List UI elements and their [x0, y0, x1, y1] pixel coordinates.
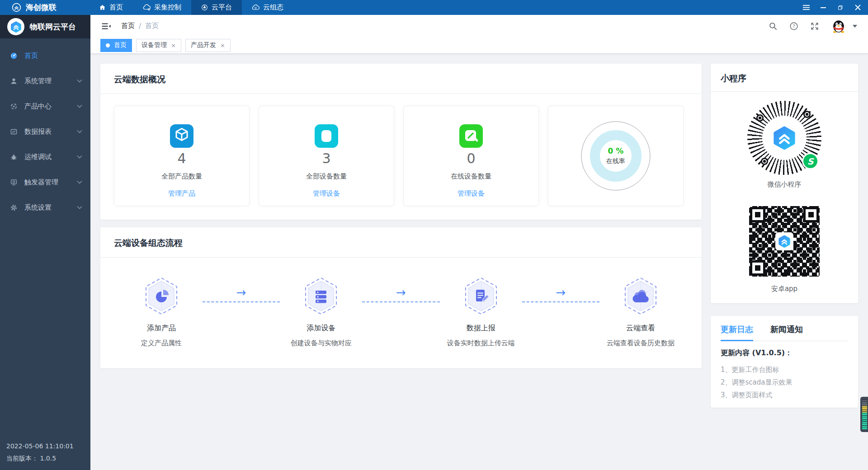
online-count: 0 — [467, 150, 475, 166]
sidebar-collapse-icon[interactable] — [101, 22, 111, 30]
flow-dashed-line — [522, 301, 599, 302]
step-title: 云端查看 — [626, 324, 655, 333]
flow-step-cloud-view: 云端查看 云端查看设备历史数据 — [607, 277, 675, 348]
document-pen-hexagon-icon — [463, 277, 499, 315]
panel-title: 云端设备组态流程 — [100, 227, 702, 257]
flow-dashed-line — [362, 301, 439, 302]
sidebar-item-data-reports[interactable]: 数据报表 — [0, 119, 90, 144]
breadcrumb-item-root[interactable]: 首页 — [121, 22, 135, 30]
minimize-icon[interactable] — [815, 0, 832, 15]
sidebar-item-product-center[interactable]: 产品中心 — [0, 94, 90, 119]
fullscreen-icon[interactable] — [810, 22, 819, 31]
stat-label: 全部产品数量 — [161, 172, 202, 181]
sidebar: 物联网云平台 首页 系统管理 — [0, 15, 90, 470]
update-item: 3、调整页面样式 — [721, 389, 848, 401]
online-rate-percent: 0 % — [608, 146, 624, 155]
breadcrumb-separator: / — [139, 22, 141, 30]
close-icon[interactable] — [849, 0, 866, 15]
tab-home[interactable]: 首页 — [100, 39, 132, 52]
tab-close-icon[interactable]: × — [171, 42, 176, 48]
flow-step-add-product: 添加产品 定义产品属性 — [127, 277, 195, 348]
topnav-label: 采集控制 — [154, 3, 181, 12]
top-navigation: 首页 采集控制 云平台 云组态 — [89, 0, 293, 15]
online-rate-donut-chart: 0 % 在线率 — [580, 120, 652, 192]
sidebar-item-home[interactable]: 首页 — [0, 43, 90, 68]
avatar — [831, 19, 846, 34]
color-strip-widget[interactable] — [860, 397, 868, 432]
caret-down-icon — [853, 25, 857, 28]
product-count: 4 — [177, 150, 186, 166]
topnav-label: 云平台 — [212, 3, 232, 12]
current-datetime: 2022-05-06 11:10:01 — [6, 440, 74, 452]
tab-device-management[interactable]: 设备管理 × — [136, 39, 181, 52]
open-tabs-bar: 首页 设备管理 × 产品开发 × — [90, 37, 868, 54]
target-circle-icon — [10, 103, 18, 110]
tab-news-notice[interactable]: 新闻通知 — [770, 324, 803, 341]
flow-arrow-icon: → — [556, 287, 566, 298]
app-brand: 海创微联 — [12, 2, 57, 13]
sidebar-item-system-settings[interactable]: 系统设置 — [0, 195, 90, 220]
tab-product-development[interactable]: 产品开发 × — [185, 39, 231, 52]
search-icon[interactable] — [769, 22, 778, 31]
manage-devices-link[interactable]: 管理设备 — [313, 189, 340, 198]
chevron-down-icon — [77, 79, 82, 83]
page-header: 首页 / 首页 ? — [90, 15, 868, 37]
wechat-qr-label: 微信小程序 — [768, 180, 802, 189]
sidebar-footer: 2022-05-06 11:10:01 当前版本： 1.0.5 — [6, 440, 74, 465]
panel-title: 云端数据概况 — [100, 64, 702, 94]
sidebar-item-system-management[interactable]: 系统管理 — [0, 68, 90, 94]
topnav-item-collect-control[interactable]: 采集控制 — [133, 0, 191, 15]
brand-logo-icon — [12, 3, 21, 12]
tab-update-log[interactable]: 更新日志 — [721, 324, 753, 341]
qr-finder-icon — [750, 260, 765, 276]
breadcrumb: 首页 / 首页 — [121, 22, 159, 30]
topnav-item-cloud-platform[interactable]: 云平台 — [191, 0, 242, 15]
sidebar-header: 物联网云平台 — [0, 15, 90, 38]
stat-label: 在线设备数量 — [451, 172, 491, 181]
sidebar-item-trigger-management[interactable]: 触发器管理 — [0, 169, 90, 195]
help-icon[interactable]: ? — [789, 22, 798, 31]
manage-products-link[interactable]: 管理产品 — [168, 189, 195, 198]
wechat-miniprogram-qr-code — [747, 101, 821, 175]
chart-report-icon — [10, 128, 18, 136]
pie-chart-hexagon-icon — [144, 277, 179, 315]
step-desc: 定义产品属性 — [141, 339, 182, 348]
window-menu-button[interactable] — [797, 0, 815, 15]
manage-devices-link[interactable]: 管理设备 — [458, 189, 485, 198]
flow-arrow-icon: → — [396, 287, 406, 298]
user-icon — [10, 77, 18, 85]
flow-step-data-report: 数据上报 设备实时数据上传云端 — [447, 277, 515, 348]
qr-finder-icon — [803, 207, 819, 222]
sidebar-item-label: 首页 — [24, 52, 82, 60]
maximize-restore-icon[interactable] — [832, 0, 849, 15]
update-item: 2、调整scada显示效果 — [721, 376, 848, 389]
sidebar-item-label: 产品中心 — [24, 102, 70, 111]
gear-icon — [10, 204, 18, 212]
stat-label: 全部设备数量 — [306, 172, 347, 181]
tab-close-icon[interactable]: × — [220, 42, 225, 48]
cloud-data-overview-panel: 云端数据概况 4 全部产品数量 管理产品 — [100, 64, 702, 220]
breadcrumb-item-current: 首页 — [145, 22, 159, 30]
topnav-item-home[interactable]: 首页 — [89, 0, 133, 15]
cloud-gear-icon — [143, 4, 151, 11]
update-log-panel: 更新日志 新闻通知 更新内容 (V1.0.5)： 1、更新工作台图标 2、调整s… — [711, 316, 858, 408]
panel-title: 小程序 — [711, 64, 858, 91]
user-menu[interactable] — [831, 19, 857, 34]
step-title: 数据上报 — [467, 324, 495, 333]
android-app-qr-code — [746, 203, 822, 279]
chevron-down-icon — [77, 130, 82, 133]
tab-label: 产品开发 — [191, 41, 216, 49]
qr-marker-icon — [803, 111, 811, 118]
current-version: 当前版本： 1.0.5 — [6, 452, 74, 465]
stat-card-online-devices: 0 在线设备数量 管理设备 — [403, 106, 539, 206]
sidebar-item-ops-debug[interactable]: 运维调试 — [0, 144, 90, 169]
topnav-item-cloud-scada[interactable]: 云组态 — [242, 0, 293, 15]
cloud-platform-icon — [201, 4, 208, 11]
flow-steps-row: 添加产品 定义产品属性 → — [100, 258, 702, 368]
server-hexagon-icon — [303, 277, 339, 315]
chevron-down-icon — [77, 155, 82, 159]
platform-logo-icon — [767, 120, 802, 155]
monitor-gear-icon — [10, 179, 18, 186]
cloud-hexagon-icon — [623, 277, 658, 315]
online-device-icon — [459, 124, 483, 148]
